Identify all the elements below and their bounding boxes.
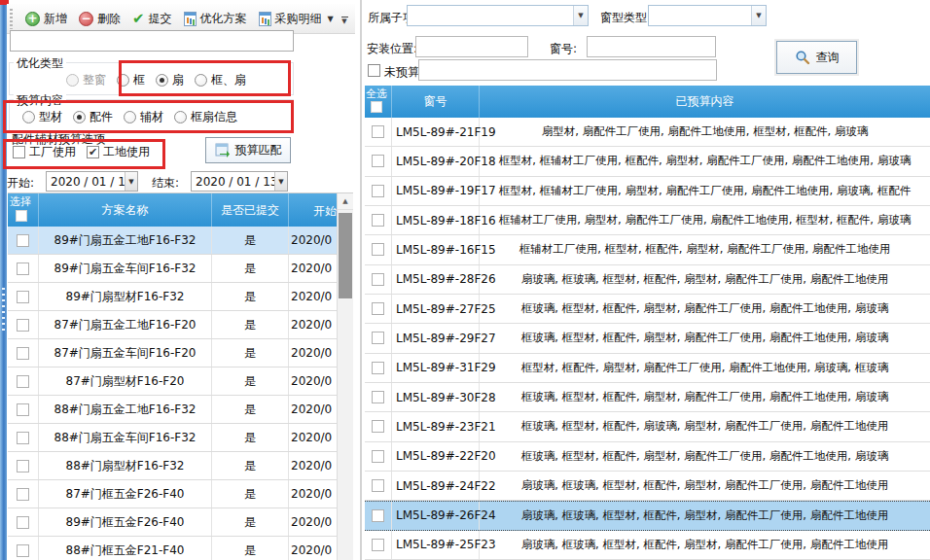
chevron-down-icon[interactable]: ▼ bbox=[125, 172, 137, 191]
table-row[interactable]: LM5L-89#-25F23 扇玻璃, 框玻璃, 框型材, 框配件, 扇型材, … bbox=[365, 531, 930, 560]
window-no-input[interactable] bbox=[587, 36, 716, 57]
table-row[interactable]: LM5L-89#-22F20 框玻璃, 框型材, 框配件, 扇型材, 扇配件工厂… bbox=[365, 442, 930, 472]
acc-option-工地使用[interactable]: ✔工地使用 bbox=[87, 144, 150, 160]
toolbar-button-优化方案[interactable]: 优化方案 bbox=[178, 8, 253, 30]
select-all-checkbox[interactable] bbox=[371, 101, 382, 113]
row-checkbox[interactable] bbox=[372, 362, 384, 374]
radio-icon[interactable] bbox=[124, 111, 136, 123]
table-row[interactable]: LM5L-89#-28F26 扇玻璃, 框玻璃, 框型材, 框配件, 扇型材, … bbox=[365, 265, 930, 295]
row-checkbox[interactable] bbox=[372, 302, 384, 315]
chevron-down-icon[interactable]: ▼ bbox=[573, 6, 588, 25]
no-budget-checkbox[interactable] bbox=[368, 64, 380, 77]
row-checkbox[interactable] bbox=[372, 125, 384, 138]
header-plan-name[interactable]: 方案名称 bbox=[39, 193, 212, 227]
toolbar-button-采购明细[interactable]: 采购明细▼ bbox=[253, 8, 340, 30]
splitter-grip[interactable] bbox=[2, 288, 5, 334]
budget-content-option-型材[interactable]: 型材 bbox=[22, 109, 62, 125]
row-checkbox[interactable] bbox=[372, 243, 384, 256]
budget-content-option-框扇信息[interactable]: 框扇信息 bbox=[174, 109, 237, 125]
row-checkbox[interactable] bbox=[17, 234, 29, 247]
date-end-picker[interactable]: 2020 / 01 / 13 ▼ bbox=[191, 171, 288, 192]
scrollbar-thumb[interactable] bbox=[339, 213, 352, 298]
row-checkbox[interactable] bbox=[17, 432, 29, 444]
table-row[interactable]: LM5L-89#-29F27 框玻璃, 框型材, 框配件, 扇型材, 扇配件工厂… bbox=[365, 324, 930, 353]
table-row[interactable]: 89#门扇五金车间F16-F32 是 2020/0 bbox=[8, 255, 337, 283]
row-checkbox[interactable] bbox=[372, 332, 384, 344]
table-row[interactable]: LM5L-89#-30F28 框玻璃, 框型材, 框配件, 扇型材, 扇配件工厂… bbox=[365, 383, 930, 412]
row-checkbox[interactable] bbox=[372, 155, 384, 167]
radio-icon[interactable] bbox=[195, 74, 207, 87]
optimize-type-option-框[interactable]: 框 bbox=[117, 72, 145, 88]
row-checkbox[interactable] bbox=[372, 391, 384, 403]
table-row[interactable]: LM5L-89#-23F21 框玻璃, 框型材, 框配件, 扇玻璃, 扇型材, … bbox=[365, 412, 930, 441]
optimize-type-option-框、扇[interactable]: 框、扇 bbox=[195, 72, 246, 88]
date-start-picker[interactable]: 2020 / 01 / 1 ▼ bbox=[46, 171, 138, 192]
row-checkbox[interactable] bbox=[372, 420, 384, 433]
row-checkbox[interactable] bbox=[17, 319, 29, 332]
row-checkbox[interactable] bbox=[372, 273, 384, 286]
row-checkbox[interactable] bbox=[372, 539, 384, 551]
install-position-input[interactable] bbox=[415, 36, 528, 57]
plan-filter-input[interactable] bbox=[10, 30, 294, 52]
optimize-type-option-扇[interactable]: 扇 bbox=[156, 72, 184, 88]
radio-icon[interactable] bbox=[174, 111, 187, 123]
header-budgeted-content[interactable]: 已预算内容 bbox=[480, 86, 930, 118]
radio-icon[interactable] bbox=[73, 111, 86, 123]
table-row[interactable]: LM5L-89#-26F24 扇玻璃, 框玻璃, 框型材, 框配件, 扇型材, … bbox=[365, 501, 930, 530]
budget-content-option-配件[interactable]: 配件 bbox=[73, 109, 113, 125]
row-checkbox[interactable] bbox=[17, 291, 29, 303]
acc-option-工厂使用[interactable]: 工厂使用 bbox=[13, 144, 76, 160]
table-row[interactable]: 88#门扇五金车间F16-F32 是 2020/0 bbox=[8, 424, 337, 452]
row-checkbox[interactable] bbox=[372, 509, 384, 522]
row-checkbox[interactable] bbox=[17, 403, 29, 416]
table-row[interactable]: 89#门框五金F26-F40 是 2020/0 bbox=[8, 508, 337, 537]
checkbox-icon[interactable] bbox=[13, 146, 25, 158]
radio-icon[interactable] bbox=[117, 74, 129, 87]
row-checkbox[interactable] bbox=[17, 488, 29, 501]
table-row[interactable]: LM5L-89#-27F25 框玻璃, 框型材, 框配件, 扇型材, 扇配件工厂… bbox=[365, 295, 930, 324]
row-checkbox[interactable] bbox=[17, 516, 29, 529]
row-checkbox[interactable] bbox=[372, 214, 384, 227]
toolbar-button-提交[interactable]: ✔提交 bbox=[126, 7, 178, 30]
budget-content-option-辅材[interactable]: 辅材 bbox=[124, 109, 163, 125]
row-checkbox[interactable] bbox=[372, 450, 384, 463]
radio-icon[interactable] bbox=[156, 74, 168, 87]
header-submitted[interactable]: 是否已提交 bbox=[212, 193, 289, 227]
table-row[interactable]: LM5L-89#-20F18 框型材, 框辅材工厂使用, 框配件, 扇型材, 扇… bbox=[365, 147, 930, 176]
table-row[interactable]: 89#门扇型材F16-F32 是 2020/0 bbox=[8, 283, 337, 311]
table-row[interactable]: LM5L-89#-18F16 框辅材工厂使用, 扇型材, 扇配件工厂使用, 扇配… bbox=[365, 206, 930, 235]
checkbox-icon[interactable]: ✔ bbox=[87, 146, 99, 158]
query-button[interactable]: 查询 bbox=[776, 41, 857, 74]
chevron-down-icon[interactable]: ▼ bbox=[274, 172, 287, 191]
table-row[interactable]: 87#门扇五金车间F16-F20 是 2020/0 bbox=[8, 339, 337, 368]
header-window-no[interactable]: 窗号 bbox=[392, 86, 480, 118]
table-row[interactable]: LM5L-89#-21F19 扇型材, 扇配件工厂使用, 扇配件工地使用, 框型… bbox=[365, 118, 930, 147]
table-row[interactable]: 89#门扇五金工地F16-F32 是 2020/0 bbox=[8, 227, 337, 255]
table-row[interactable]: LM5L-89#-16F15 框辅材工厂使用, 框型材, 框配件, 扇型材, 扇… bbox=[365, 235, 930, 264]
table-row[interactable]: LM5L-89#-24F22 扇玻璃, 框玻璃, 框型材, 框配件, 扇型材, … bbox=[365, 472, 930, 501]
header-start-date[interactable]: 开始 bbox=[289, 193, 337, 227]
sub-item-select[interactable]: ▼ bbox=[407, 5, 589, 26]
row-checkbox[interactable] bbox=[17, 544, 29, 557]
row-checkbox[interactable] bbox=[372, 479, 384, 492]
table-row[interactable]: 88#门扇五金工地F16-F32 是 2020/0 bbox=[8, 396, 337, 424]
table-row[interactable]: 87#门扇型材F16-F20 是 2020/0 bbox=[8, 368, 337, 396]
table-row[interactable]: LM5L-89#-19F17 框型材, 框辅材工厂使用, 扇型材, 扇配件工厂使… bbox=[365, 177, 930, 206]
row-checkbox[interactable] bbox=[17, 262, 29, 275]
radio-icon[interactable] bbox=[22, 111, 35, 123]
row-checkbox[interactable] bbox=[17, 460, 29, 472]
row-checkbox[interactable] bbox=[17, 347, 29, 360]
chevron-down-icon[interactable]: ▼ bbox=[751, 6, 766, 25]
scroll-up-arrow-icon[interactable]: ▲ bbox=[338, 193, 353, 210]
budget-match-button[interactable]: 预算匹配 bbox=[205, 137, 291, 163]
window-type-select[interactable]: ▼ bbox=[648, 5, 767, 26]
toolbar-button-删除[interactable]: −删除 bbox=[73, 8, 126, 30]
no-budget-input[interactable] bbox=[418, 59, 717, 81]
row-checkbox[interactable] bbox=[372, 185, 384, 197]
toolbar-overflow-button[interactable]: ▼ bbox=[338, 13, 351, 28]
plan-table-scrollbar[interactable]: ▲ bbox=[337, 193, 353, 560]
row-checkbox[interactable] bbox=[17, 375, 29, 388]
table-row[interactable]: 87#门框五金F26-F40 是 2020/0 bbox=[8, 480, 337, 508]
select-all-checkbox[interactable] bbox=[16, 210, 27, 222]
table-row[interactable]: 88#门扇型材F16-F32 是 2020/0 bbox=[8, 452, 337, 480]
